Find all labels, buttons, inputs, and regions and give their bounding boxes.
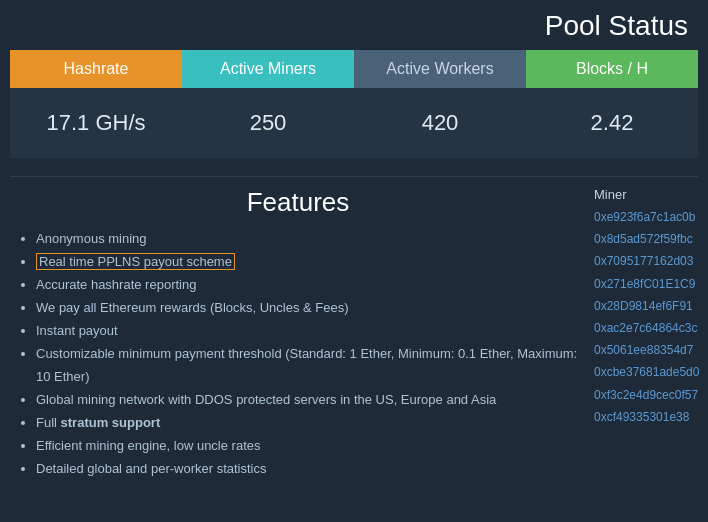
pool-status-header: Pool Status xyxy=(0,0,708,50)
list-item: Detailed global and per-worker statistic… xyxy=(36,458,578,480)
feature-text: Global mining network with DDOS protecte… xyxy=(36,392,496,407)
list-item: Efficient mining engine, low uncle rates xyxy=(36,435,578,457)
miner-address[interactable]: 0xf3c2e4d9cec0f57 xyxy=(594,384,702,406)
miner-address[interactable]: 0x5061ee88354d7 xyxy=(594,339,702,361)
feature-bold: stratum support xyxy=(61,415,161,430)
blocks-value: 2.42 xyxy=(526,88,698,158)
list-item: Real time PPLNS payout scheme xyxy=(36,251,578,273)
feature-text: Detailed global and per-worker statistic… xyxy=(36,461,267,476)
list-item: Full stratum support xyxy=(36,412,578,434)
feature-text: Customizable minimum payment threshold (… xyxy=(36,346,577,383)
miners-label: Active Miners xyxy=(182,50,354,88)
list-item: Anonymous mining xyxy=(36,228,578,250)
workers-label: Active Workers xyxy=(354,50,526,88)
list-item: Accurate hashrate reporting xyxy=(36,274,578,296)
list-item: Instant payout xyxy=(36,320,578,342)
hashrate-value: 17.1 GH/s xyxy=(10,88,182,158)
feature-text: We pay all Ethereum rewards (Blocks, Unc… xyxy=(36,300,349,315)
list-item: We pay all Ethereum rewards (Blocks, Unc… xyxy=(36,297,578,319)
feature-text: Full stratum support xyxy=(36,415,160,430)
stat-card-miners: Active Miners 250 xyxy=(182,50,354,158)
stat-card-hashrate: Hashrate 17.1 GH/s xyxy=(10,50,182,158)
miner-address[interactable]: 0xe923f6a7c1ac0b xyxy=(594,206,702,228)
feature-text: Anonymous mining xyxy=(36,231,147,246)
miner-address[interactable]: 0xcbe37681ade5d0 xyxy=(594,361,702,383)
feature-link-pplns[interactable]: Real time PPLNS payout scheme xyxy=(36,253,235,270)
miner-address[interactable]: 0x7095177162d03 xyxy=(594,250,702,272)
miner-address[interactable]: 0x28D9814ef6F91 xyxy=(594,295,702,317)
features-right: Miner 0xe923f6a7c1ac0b 0x8d5ad572f59fbc … xyxy=(588,187,708,481)
stat-card-workers: Active Workers 420 xyxy=(354,50,526,158)
blocks-label: Blocks / H xyxy=(526,50,698,88)
list-item: Global mining network with DDOS protecte… xyxy=(36,389,578,411)
miner-address[interactable]: 0x271e8fC01E1C9 xyxy=(594,273,702,295)
miner-column-header: Miner xyxy=(594,187,702,202)
features-left: Features Anonymous mining Real time PPLN… xyxy=(0,187,588,481)
feature-text: Instant payout xyxy=(36,323,118,338)
hashrate-label: Hashrate xyxy=(10,50,182,88)
miner-address[interactable]: 0xac2e7c64864c3c xyxy=(594,317,702,339)
features-list: Anonymous mining Real time PPLNS payout … xyxy=(18,228,578,480)
features-title: Features xyxy=(18,187,578,218)
workers-value: 420 xyxy=(354,88,526,158)
stat-card-blocks: Blocks / H 2.42 xyxy=(526,50,698,158)
page-title: Pool Status xyxy=(20,10,688,42)
features-section: Features Anonymous mining Real time PPLN… xyxy=(0,177,708,481)
feature-text: Accurate hashrate reporting xyxy=(36,277,196,292)
miners-value: 250 xyxy=(182,88,354,158)
miner-address[interactable]: 0x8d5ad572f59fbc xyxy=(594,228,702,250)
miner-address[interactable]: 0xcf49335301e38 xyxy=(594,406,702,428)
list-item: Customizable minimum payment threshold (… xyxy=(36,343,578,387)
stats-row: Hashrate 17.1 GH/s Active Miners 250 Act… xyxy=(0,50,708,158)
feature-text: Efficient mining engine, low uncle rates xyxy=(36,438,261,453)
